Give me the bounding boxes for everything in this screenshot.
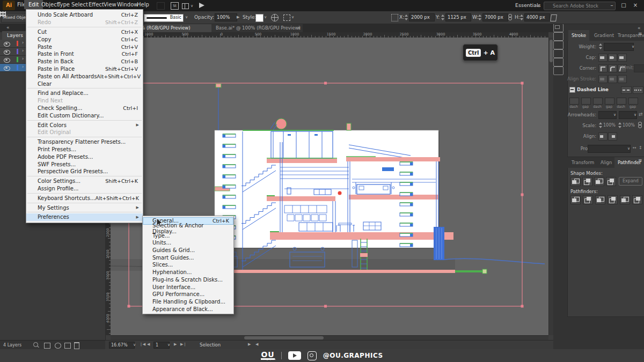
stroke-style-chevron[interactable]: ∨ [185,15,188,19]
artboard-nav-chevron[interactable]: ∨ [167,343,170,347]
scale-start-stepper[interactable] [598,122,602,129]
edit-menu-item-paste-in-front[interactable]: Paste in FrontCtrl+F [26,50,143,58]
stroke-style-preview[interactable]: Basic [144,14,184,22]
panel-menu-icon[interactable]: ≡ [638,31,642,36]
edit-menu-item-preferences[interactable]: Preferences▶ [26,213,143,221]
transform-icon[interactable] [550,14,557,21]
layer-expand-icon[interactable]: › [22,64,24,69]
align-icon-1[interactable] [0,18,6,24]
previous-artboard-icon[interactable]: ◀ [147,342,150,346]
adobe-stock-icon[interactable]: St [171,2,179,10]
align-icon-4[interactable] [0,37,6,43]
edit-menu-item-cut[interactable]: CutCtrl+X [26,28,143,36]
align-icon-8[interactable] [0,63,6,69]
edit-menu-item-undo-scale-artboard[interactable]: Undo Scale ArtboardCtrl+Z [26,11,143,19]
edit-menu-item-keyboard-shortcuts[interactable]: Keyboard Shortcuts...Alt+Shift+Ctrl+K [26,194,143,202]
collapsed-panel-icon-1[interactable] [553,32,564,41]
edit-menu-item-paste-in-place[interactable]: Paste in PlaceShift+Ctrl+V [26,65,143,73]
status-indicator[interactable]: Selection [200,342,221,348]
collapsed-panel-icon-3[interactable] [553,49,564,58]
edit-menu-item-edit-original[interactable]: Edit Original [26,129,143,136]
dash-gap-field-0[interactable] [569,98,579,105]
pathfinder-button-0[interactable] [570,195,581,204]
pathfinder-button-3[interactable] [608,195,618,204]
edit-menu-item-transparency-flattener-presets[interactable]: Transparency Flattener Presets... [26,138,143,146]
close-button[interactable]: × [631,1,640,10]
pathfinder-button-2[interactable] [595,195,605,204]
panel-collapse-icon[interactable]: « [6,25,10,30]
edit-menu-item-adobe-pdf-presets[interactable]: Adobe PDF Presets... [26,153,143,160]
cap-button-1[interactable] [608,54,617,62]
maximize-button[interactable]: □ [619,1,628,10]
pathfinder-button-4[interactable] [620,195,630,204]
scale-end-value[interactable]: 100% [623,123,635,128]
preferences-item-appearance-of-black[interactable]: Appearance of Black... [143,305,233,313]
swap-arrowheads-icon[interactable]: ⇄ [639,112,643,117]
arrange-documents-chevron[interactable]: ∨ [191,4,193,8]
profile-chevron[interactable]: ∨ [627,146,630,151]
vertical-scrollbar-thumb[interactable] [550,40,553,62]
artboard-chevron[interactable]: ∨ [291,15,294,19]
edit-menu-item-swf-presets[interactable]: SWF Presets... [26,160,143,168]
edit-menu-item-edit-colors[interactable]: Edit Colors▶ [26,121,143,129]
layer-expand-icon[interactable]: › [22,48,24,53]
menubar-item-help[interactable]: Help [133,0,153,9]
edit-menu-item-edit-custom-dictionary[interactable]: Edit Custom Dictionary... [26,112,143,119]
corner-button-1[interactable] [608,64,617,72]
horizontal-scrollbar-thumb[interactable] [244,336,324,339]
preferences-item-gpu-performance[interactable]: GPU Performance... [143,291,233,298]
pathfinder-menu-icon[interactable]: ≡ [638,158,642,163]
status-expand-icon[interactable]: ▶ [248,342,251,346]
new-layer-icon[interactable] [64,343,71,349]
dash-align-icon[interactable] [633,86,643,94]
arrowhead-end-chevron[interactable]: ∨ [634,113,636,117]
y-stepper[interactable] [441,14,444,21]
flip-along-icon[interactable]: ↔ [633,145,636,150]
edit-menu-item-clear[interactable]: Clear [26,80,143,87]
edit-menu-item-print-presets[interactable]: Print Presets... [26,146,143,153]
arrange-documents-icon[interactable] [182,3,189,9]
minimize-button[interactable]: – [608,1,616,10]
make-clipping-mask-icon[interactable] [44,343,50,349]
dash-gap-field-4[interactable] [617,98,626,105]
link-scales-icon[interactable] [638,122,642,129]
preferences-item-guides-grid[interactable]: Guides & Grid... [143,247,233,254]
edit-menu-item-perspective-grid-presets[interactable]: Perspective Grid Presets... [26,168,143,175]
dash-gap-field-5[interactable] [628,98,638,105]
zoom-level-field[interactable]: 16.67% [109,342,135,349]
weight-stepper[interactable] [598,43,602,50]
dash-gap-field-3[interactable] [605,98,614,105]
limit-field[interactable] [634,64,644,72]
align-icon-3[interactable] [0,31,6,37]
shape-mode-button-3[interactable] [606,177,616,186]
w-field[interactable]: 7000 px [482,13,508,21]
more-options-grid-icon[interactable] [391,14,398,21]
layer-expand-icon[interactable]: › [22,56,24,61]
artboard-tool-icon[interactable] [283,14,290,21]
locate-object-icon[interactable] [33,342,38,347]
scale-start-value[interactable]: 100% [603,123,616,128]
align-stroke-button-1[interactable] [608,75,617,83]
align-stroke-button-2[interactable] [618,75,627,83]
edit-menu-item-paste-on-all-artboards[interactable]: Paste on All ArtboardsAlt+Shift+Ctrl+V [26,72,143,80]
dashed-line-checkbox[interactable] [569,87,575,93]
tab-gradient[interactable]: Gradient [591,30,617,41]
edit-menu-item-find-next[interactable]: Find Next [26,97,143,105]
shape-mode-button-0[interactable] [570,177,581,186]
align-icon-7[interactable] [0,56,6,63]
x-stepper[interactable] [404,14,408,21]
edit-menu-item-my-settings[interactable]: My Settings▶ [26,204,143,211]
corner-button-0[interactable] [598,64,608,72]
style-swatch[interactable] [255,14,264,22]
collapsed-panel-icon-5[interactable] [553,67,564,75]
status-collapse-icon[interactable]: ◀ [255,342,258,346]
align-icon-6[interactable] [0,50,6,56]
delete-layer-icon[interactable] [74,342,79,349]
layer-expand-icon[interactable]: › [22,40,24,45]
last-artboard-icon[interactable]: ▶❘ [180,342,186,346]
document-tab-inactive[interactable]: Base.ai* @ 100% (RGB/GPU Preview)× [211,24,303,32]
search-input[interactable]: Search Adobe Stock [544,2,616,10]
constrain-proportions-icon[interactable] [508,14,513,21]
align-arrow-start-button[interactable] [598,132,608,141]
scale-end-stepper[interactable] [618,122,621,129]
